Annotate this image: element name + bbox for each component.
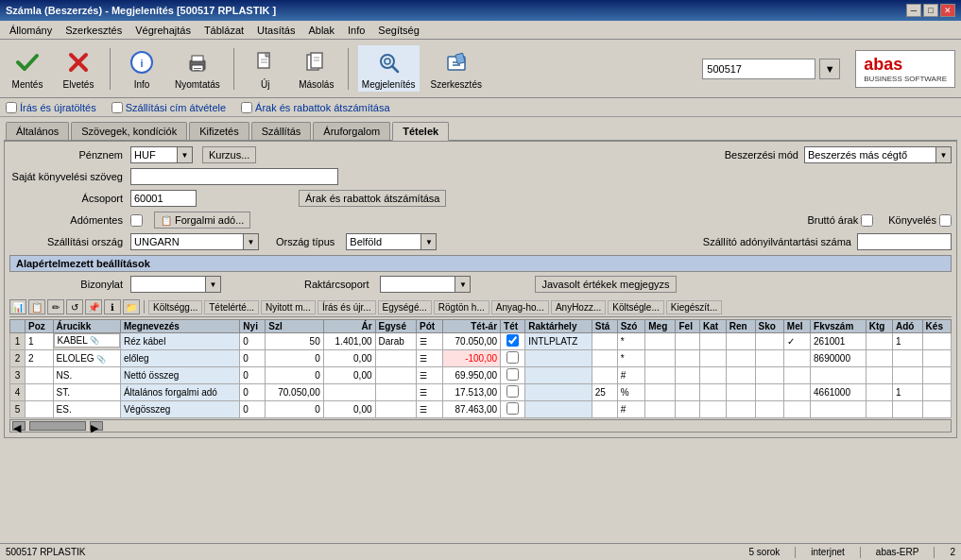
cell-arucikk-5[interactable]: ES.: [53, 401, 120, 418]
grid-tb-pin[interactable]: 📌: [85, 299, 102, 314]
cell-egyseg-1[interactable]: Darab: [375, 333, 417, 350]
cell-tet-3[interactable]: [501, 367, 525, 384]
cell-fel-4[interactable]: [676, 384, 700, 401]
print-button[interactable]: Nyomtatás: [171, 45, 224, 92]
grid-tb-nyitott[interactable]: Nyitott m...: [261, 300, 316, 314]
cell-sko-1[interactable]: [755, 333, 783, 350]
cell-ado-4[interactable]: 1: [893, 384, 923, 401]
cell-nyi-5[interactable]: 0: [240, 401, 266, 418]
grid-tb-folder[interactable]: 📁: [123, 299, 140, 314]
cell-ar-5[interactable]: 0,00: [323, 401, 375, 418]
save-button[interactable]: Mentés: [6, 45, 49, 92]
cell-tetar-3[interactable]: 69.950,00: [442, 367, 500, 384]
cb-iras-input[interactable]: [6, 102, 17, 113]
col-szo[interactable]: Szó: [617, 320, 645, 333]
cell-tet-1[interactable]: [501, 333, 525, 350]
cell-arucikk-4[interactable]: ST.: [53, 384, 120, 401]
cell-szo-3[interactable]: #: [617, 367, 645, 384]
cell-raktarhely-1[interactable]: INTLPLATZ: [525, 333, 592, 350]
cell-ren-3[interactable]: [726, 367, 755, 384]
cell-tetar-4[interactable]: 17.513,00: [442, 384, 500, 401]
horizontal-scrollbar[interactable]: ◀ ▶: [9, 419, 952, 433]
cell-meg-5[interactable]: [645, 401, 676, 418]
cell-sta-3[interactable]: [592, 367, 617, 384]
cell-sta-2[interactable]: [592, 350, 617, 367]
menu-info[interactable]: Info: [342, 24, 370, 37]
tab-kifizetes[interactable]: Kifizetés: [189, 122, 249, 140]
cell-tetar-2[interactable]: -100,00: [442, 350, 500, 367]
col-kat[interactable]: Kat: [700, 320, 727, 333]
menu-segitseg[interactable]: Segítség: [372, 24, 424, 37]
cell-ktg-2[interactable]: [866, 350, 892, 367]
cb-szallitasi-input[interactable]: [112, 102, 123, 113]
grid-tb-kiegeszit[interactable]: Kiegészít...: [666, 300, 722, 314]
cell-ren-1[interactable]: [726, 333, 755, 350]
cell-egyseg-2[interactable]: [375, 350, 417, 367]
grid-tb-refresh[interactable]: ↺: [66, 299, 83, 314]
adomentes-checkbox[interactable]: [130, 214, 143, 227]
col-fel[interactable]: Fel: [676, 320, 700, 333]
info-button[interactable]: i Info: [120, 45, 163, 92]
tet-checkbox-2[interactable]: [506, 351, 519, 364]
cell-sko-3[interactable]: [755, 367, 783, 384]
cell-fel-1[interactable]: [676, 333, 700, 350]
cell-ar-4[interactable]: [323, 384, 375, 401]
col-egyseg[interactable]: Egysé: [375, 320, 417, 333]
tab-altalanos[interactable]: Általános: [6, 122, 69, 140]
col-ado[interactable]: Adó: [893, 320, 923, 333]
scroll-left-btn[interactable]: ◀: [12, 421, 26, 431]
grid-tb-chart[interactable]: 📊: [9, 299, 26, 314]
col-ren[interactable]: Ren: [726, 320, 755, 333]
cell-fkvszam-4[interactable]: 4661000: [811, 384, 867, 401]
grid-tb-iras[interactable]: Írás és újr...: [317, 300, 376, 314]
col-tet[interactable]: Tét: [501, 320, 525, 333]
javasolt-button[interactable]: Javasolt értékek megjegyzs: [535, 276, 676, 293]
cell-szl-3[interactable]: 0: [266, 367, 323, 384]
cell-fel-3[interactable]: [676, 367, 700, 384]
bizonylat-input[interactable]: [130, 276, 206, 293]
cell-fkvszam-1[interactable]: 261001: [811, 333, 867, 350]
col-szl[interactable]: Szl: [266, 320, 323, 333]
col-ktg[interactable]: Ktg: [866, 320, 892, 333]
orszag-input[interactable]: [346, 233, 421, 250]
maximize-button[interactable]: □: [923, 4, 938, 17]
penznem-input[interactable]: [130, 146, 178, 163]
cell-mel-1[interactable]: ✓: [783, 333, 810, 350]
cell-tetar-5[interactable]: 87.463,00: [442, 401, 500, 418]
tab-tetelek[interactable]: Tételek: [392, 122, 449, 141]
cell-egyseg-4[interactable]: [375, 384, 417, 401]
col-kes[interactable]: Kés: [922, 320, 951, 333]
cell-ren-4[interactable]: [726, 384, 755, 401]
cell-raktarhely-3[interactable]: [525, 367, 592, 384]
col-sta[interactable]: Stá: [592, 320, 617, 333]
grid-tb-anyhozz[interactable]: AnyHozz...: [551, 300, 606, 314]
cell-pot-3[interactable]: ☰: [417, 367, 443, 384]
cell-sta-1[interactable]: [592, 333, 617, 350]
cell-meg-1[interactable]: [645, 333, 676, 350]
szallitasi-arrow[interactable]: ▼: [244, 233, 259, 250]
brutto-checkbox[interactable]: [861, 214, 873, 227]
cell-szl-5[interactable]: 0: [266, 401, 323, 418]
col-poz[interactable]: Poz: [26, 320, 54, 333]
cell-kes-4[interactable]: [922, 384, 951, 401]
cell-pot-4[interactable]: ☰: [417, 384, 443, 401]
cell-kes-3[interactable]: [922, 367, 951, 384]
new-button[interactable]: Új: [244, 45, 287, 92]
tab-aruforgalom[interactable]: Áruforgalom: [313, 122, 390, 140]
col-arucikk[interactable]: Árucikk: [53, 320, 120, 333]
cell-tet-4[interactable]: [501, 384, 525, 401]
cell-pot-5[interactable]: ☰: [417, 401, 443, 418]
cell-arucikk-3[interactable]: NS.: [53, 367, 120, 384]
search-input[interactable]: [702, 59, 815, 79]
cell-ar-1[interactable]: 1.401,00: [323, 333, 375, 350]
cell-ktg-5[interactable]: [866, 401, 892, 418]
cell-kes-1[interactable]: [922, 333, 951, 350]
cb-arak-input[interactable]: [241, 102, 252, 113]
tet-checkbox-4[interactable]: [506, 385, 519, 398]
cell-kes-2[interactable]: [922, 350, 951, 367]
cell-ren-5[interactable]: [726, 401, 755, 418]
table-scroll-area[interactable]: Poz Árucikk Megnevezés Nyi Szl Ár Egysé …: [9, 319, 952, 418]
cell-nyi-2[interactable]: 0: [240, 350, 266, 367]
cell-ktg-1[interactable]: [866, 333, 892, 350]
cell-tet-2[interactable]: [501, 350, 525, 367]
